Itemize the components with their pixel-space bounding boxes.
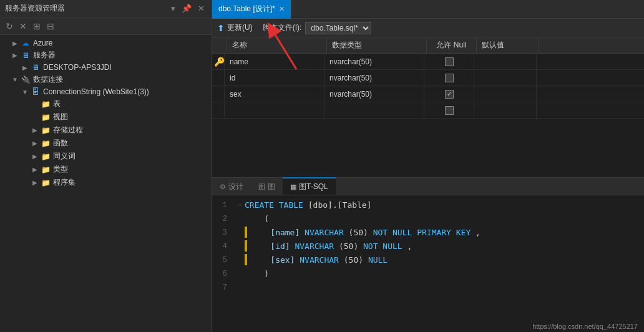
sidebar-item-views[interactable]: 📁 视图 [0,110,212,124]
sidebar-item-azure[interactable]: ▶ ☁ Azure [0,37,212,49]
default-cell[interactable] [474,70,537,85]
tables-label: 表 [53,99,61,109]
sidebar-item-servers[interactable]: ▶ 🖥 服务器 [0,49,212,62]
close-panel-icon[interactable]: ✕ [196,2,207,14]
name-cell[interactable]: sex [225,86,324,102]
name-cell[interactable]: name [225,54,324,69]
sidebar-item-functions[interactable]: ▶ 📁 函数 [0,137,212,150]
status-url-container: https://blog.csdn.net/qq_44725217 [532,322,638,331]
type-cell-empty[interactable] [324,102,424,118]
folder-icon: 📁 [40,113,51,122]
table-row[interactable]: sex nvarchar(50) [212,86,644,102]
folder-icon: 📁 [40,178,51,187]
default-cell-empty[interactable] [474,102,537,118]
update-icon: ⬆ [217,23,225,33]
code-line-7: 7 [212,280,644,294]
functions-label: 函数 [53,138,68,149]
collapse-icon[interactable]: — [235,201,245,208]
line-number: 1 [212,200,235,210]
tab-tsql[interactable]: ▦ 图T-SQL [283,177,336,195]
code-line-1: 1 — CREATE TABLE [dbo].[Table] [212,198,644,212]
type-cell[interactable]: nvarchar(50) [324,54,424,69]
update-button[interactable]: ⬆ 更新(U) [217,22,253,33]
tab-design[interactable]: ⚙ 设计 [212,177,251,195]
filter-icon[interactable]: ⊞ [31,21,42,32]
code-line-5: 5 [sex] NVARCHAR (50) NULL [212,253,644,266]
code-content: ( [245,214,269,223]
null-cell[interactable] [424,86,474,102]
expand-icon: ▶ [30,140,40,147]
panel-icons: ▾ 📌 ✕ [169,2,207,14]
sidebar-item-dataconn[interactable]: ▼ 🔌 数据连接 [0,73,212,86]
left-toolbar: ↻ ✕ ⊞ ⊟ [0,17,212,35]
connstring-label: ConnectionString (WebSite1(3)) [43,87,149,96]
update-label: 更新(U) [227,22,253,33]
design-toolbar: ⬆ 更新(U) 脚本文件(I): dbo.Table.sql* [212,19,644,37]
default-cell[interactable] [474,86,537,102]
sidebar-item-connstring[interactable]: ▼ 🗄 ConnectionString (WebSite1(3)) [0,86,212,97]
name-cell-empty[interactable] [225,102,324,118]
null-checkbox[interactable] [445,90,454,99]
refresh-icon[interactable]: ↻ [4,21,15,32]
tab-close-icon[interactable]: ✕ [279,5,285,13]
left-panel: 服务器资源管理器 ▾ 📌 ✕ ↻ ✕ ⊞ ⊟ ▶ ☁ Azure ▶ 🖥 服务器… [0,0,212,332]
type-cell[interactable]: nvarchar(50) [324,86,424,102]
line-number: 7 [212,283,235,292]
bottom-tabs: ⚙ 设计 图 图 ▦ 图T-SQL [212,178,644,195]
tab-bar: dbo.Table [设计]* ✕ [212,0,644,19]
kw-not: NOT NULL [363,242,402,251]
code-lines: 1 — CREATE TABLE [dbo].[Table] 2 ( 3 [212,195,644,296]
line-number: 6 [212,269,235,278]
stop-icon[interactable]: ✕ [17,21,29,32]
table-row[interactable]: 🔑 name nvarchar(50) [212,54,644,70]
null-checkbox[interactable] [445,57,454,66]
line-number: 5 [212,255,235,265]
pin2-icon[interactable]: 📌 [180,2,193,14]
null-col-header: 允许 Null [427,37,477,53]
sidebar-item-storedprocs[interactable]: ▶ 📁 存储过程 [0,124,212,137]
pin-icon[interactable]: ▾ [169,2,177,14]
key-cell: 🔑 [212,54,225,69]
views-label: 视图 [53,112,68,122]
code-content: [name] NVARCHAR (50) NOT NULL PRIMARY KE… [251,228,481,237]
table-row[interactable]: id nvarchar(50) [212,70,644,86]
expand-icon: ▶ [30,127,40,134]
server-icon: 🖥 [20,51,31,60]
code-content: [id] NVARCHAR (50) NOT NULL , [251,242,412,251]
name-cell[interactable]: id [225,70,324,85]
folder-icon: 📁 [40,152,51,161]
null-cell[interactable] [424,54,474,69]
table-grid: 名称 数据类型 允许 Null 默认值 🔑 name nvarchar(50) … [212,37,644,178]
design-tab-label: 设计 [228,182,243,192]
expand-icon: ▶ [10,52,20,59]
null-checkbox[interactable] [445,74,454,82]
kw-nvarchar: NVARCHAR [305,228,344,237]
expand-icon: ▼ [20,89,30,95]
panel-title: 服务器资源管理器 [5,3,65,14]
synonyms-label: 同义词 [53,151,76,162]
sidebar-item-tables[interactable]: 📁 表 [0,97,212,110]
tab-title: dbo.Table [设计]* [218,4,275,14]
key-col-header [212,37,227,53]
design-tab[interactable]: dbo.Table [设计]* ✕ [212,0,291,19]
type-cell[interactable]: nvarchar(50) [324,70,424,85]
null-checkbox[interactable] [445,106,454,115]
script-dropdown[interactable]: dbo.Table.sql* [305,22,371,34]
kw-nvarchar: NVARCHAR [300,255,339,265]
sidebar-item-synonyms[interactable]: ▶ 📁 同义词 [0,150,212,163]
indent-bar [245,227,247,238]
expand-icon: ▼ [10,76,20,83]
sidebar-item-desktop[interactable]: ▶ 🖥 DESKTOP-APS3JDI [0,62,212,73]
default-cell[interactable] [474,54,537,69]
db-conn-icon: 🔌 [20,76,31,84]
collapse-icon[interactable]: ⊟ [45,21,56,32]
null-cell[interactable] [424,70,474,85]
kw-nvarchar: NVARCHAR [295,242,334,251]
sidebar-item-types[interactable]: ▶ 📁 类型 [0,163,212,176]
sidebar-item-assemblies[interactable]: ▶ 📁 程序集 [0,176,212,189]
tsql-tab-label: 图T-SQL [299,182,328,192]
tab-map[interactable]: 图 图 [251,177,283,195]
expand-icon: ▶ [20,64,30,71]
script-section: 脚本文件(I): dbo.Table.sql* [263,22,372,34]
null-cell-empty[interactable] [424,102,474,118]
